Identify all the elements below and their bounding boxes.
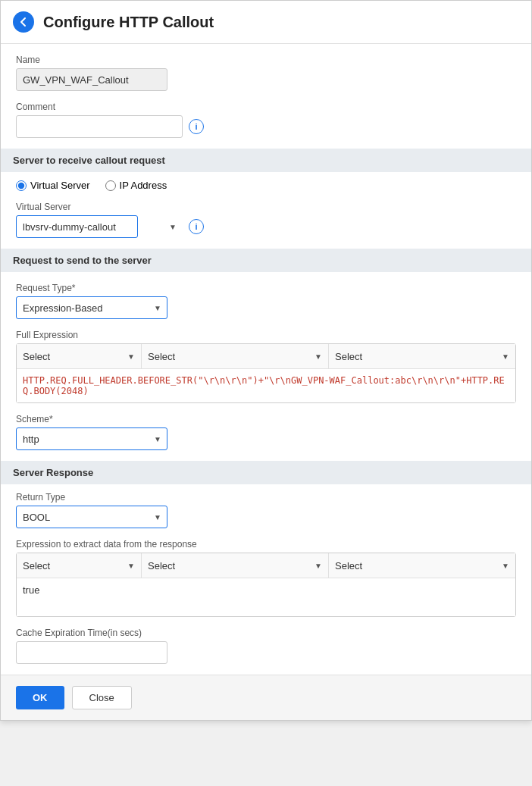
dialog-header: Configure HTTP Callout <box>1 1 531 44</box>
comment-input[interactable] <box>16 115 183 138</box>
expression-dropdowns-row: Select ▼ Select ▼ Select ▼ <box>17 344 515 369</box>
virtual-server-group: Virtual Server lbvsrv-dummy-callout ▼ i <box>16 202 516 238</box>
virtual-server-label: Virtual Server <box>16 202 516 212</box>
ok-button[interactable]: OK <box>16 686 64 709</box>
full-expression-container: Select ▼ Select ▼ Select ▼ <box>16 343 516 403</box>
extract-select2-wrapper: Select ▼ <box>142 553 329 578</box>
full-expression-label: Full Expression <box>16 330 516 340</box>
virtual-server-select-wrapper: lbvsrv-dummy-callout ▼ <box>16 215 183 238</box>
return-type-select-wrapper: BOOL NUM TEXT ▼ <box>16 506 167 528</box>
comment-group: Comment i <box>16 102 516 138</box>
request-type-select[interactable]: Expression-Based <box>16 296 167 319</box>
ip-address-radio-item[interactable]: IP Address <box>105 180 167 191</box>
cache-label: Cache Expiration Time(in secs) <box>16 628 516 638</box>
extract-expression-text: true <box>17 578 515 616</box>
ip-address-radio[interactable] <box>105 180 116 191</box>
expr-select1[interactable]: Select <box>17 344 141 368</box>
server-type-radio-group: Virtual Server IP Address <box>16 180 516 191</box>
name-input[interactable] <box>16 68 167 91</box>
return-type-select[interactable]: BOOL NUM TEXT <box>16 506 167 528</box>
request-type-select-wrapper: Expression-Based ▼ <box>16 296 167 319</box>
chevron-down-icon: ▼ <box>169 223 177 231</box>
name-group: Name <box>16 55 516 91</box>
virtual-server-select-row: lbvsrv-dummy-callout ▼ i <box>16 215 516 238</box>
comment-info-icon[interactable]: i <box>189 119 204 134</box>
back-button[interactable] <box>13 11 34 33</box>
request-type-label: Request Type* <box>16 283 516 293</box>
scheme-group: Scheme* http https ▼ <box>16 414 516 450</box>
dialog-body: Name Comment i Server to receive callout… <box>1 44 531 720</box>
extract-expression-group: Expression to extract data from the resp… <box>16 539 516 617</box>
extract-dropdowns-row: Select ▼ Select ▼ Select ▼ <box>17 553 515 578</box>
scheme-select[interactable]: http https <box>16 427 167 450</box>
footer-buttons: OK Close <box>1 675 531 720</box>
request-type-group: Request Type* Expression-Based ▼ <box>16 283 516 319</box>
close-button[interactable]: Close <box>72 686 132 709</box>
full-expression-group: Full Expression Select ▼ Select ▼ <box>16 330 516 403</box>
extract-select3-wrapper: Select ▼ <box>329 553 515 578</box>
cache-group: Cache Expiration Time(in secs) <box>16 628 516 664</box>
configure-http-callout-dialog: Configure HTTP Callout Name Comment i Se… <box>0 0 532 721</box>
extract-expression-container: Select ▼ Select ▼ Select ▼ <box>16 553 516 617</box>
comment-label: Comment <box>16 102 516 112</box>
server-section-header: Server to receive callout request <box>1 149 531 172</box>
expr-select3[interactable]: Select <box>329 344 515 368</box>
comment-input-row: i <box>16 115 516 138</box>
virtual-server-radio-item[interactable]: Virtual Server <box>16 180 90 191</box>
extract-select1[interactable]: Select <box>17 553 141 578</box>
extract-select2[interactable]: Select <box>142 553 328 578</box>
virtual-server-radio[interactable] <box>16 180 27 191</box>
extract-label: Expression to extract data from the resp… <box>16 539 516 550</box>
name-label: Name <box>16 55 516 65</box>
request-section-header: Request to send to the server <box>1 249 531 272</box>
extract-select3[interactable]: Select <box>329 553 515 578</box>
page-title: Configure HTTP Callout <box>43 14 214 31</box>
expression-text: HTTP.REQ.FULL_HEADER.BEFORE_STR("\r\n\r\… <box>17 369 515 402</box>
return-type-label: Return Type <box>16 492 516 503</box>
virtual-server-info-icon[interactable]: i <box>189 219 204 234</box>
virtual-server-select[interactable]: lbvsrv-dummy-callout <box>16 215 138 238</box>
expr-select2[interactable]: Select <box>142 344 328 368</box>
expr-select2-wrapper: Select ▼ <box>142 344 329 368</box>
virtual-server-radio-label: Virtual Server <box>30 180 90 191</box>
extract-select1-wrapper: Select ▼ <box>17 553 142 578</box>
expr-select1-wrapper: Select ▼ <box>17 344 142 368</box>
return-type-group: Return Type BOOL NUM TEXT ▼ <box>16 492 516 528</box>
cache-input[interactable] <box>16 641 167 664</box>
server-response-section-header: Server Response <box>1 461 531 484</box>
scheme-label: Scheme* <box>16 414 516 424</box>
scheme-select-wrapper: http https ▼ <box>16 427 167 450</box>
ip-address-radio-label: IP Address <box>120 180 167 191</box>
expr-select3-wrapper: Select ▼ <box>329 344 515 368</box>
